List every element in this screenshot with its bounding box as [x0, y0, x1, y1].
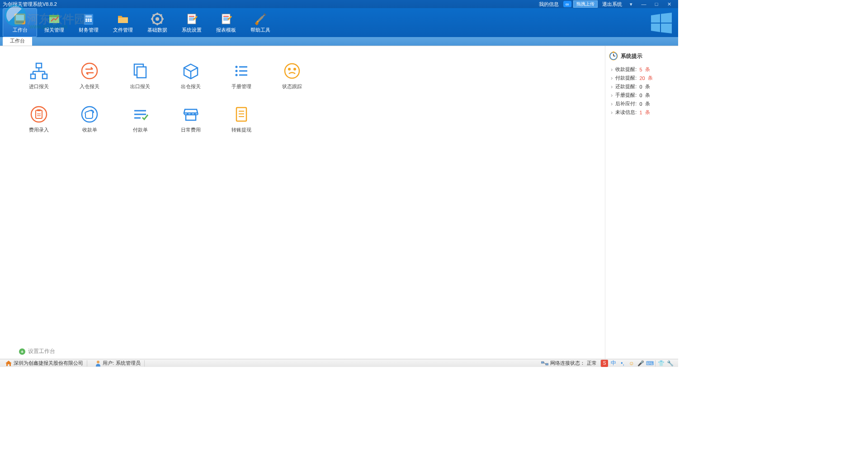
- plus-icon: +: [19, 348, 25, 355]
- svg-rect-6: [85, 15, 92, 18]
- notif-label: 收款提醒:: [615, 66, 637, 73]
- grid-transfer[interactable]: 转账提现: [216, 103, 267, 145]
- ime-mic-icon[interactable]: 🎤: [637, 360, 644, 367]
- notif-label: 付款提醒:: [615, 75, 637, 81]
- ime-smile-icon[interactable]: ☺: [628, 360, 635, 367]
- svg-rect-10: [85, 20, 87, 22]
- svg-line-84: [544, 362, 546, 364]
- notif-unit: 条: [645, 83, 650, 90]
- svg-rect-2: [16, 21, 24, 23]
- windows-logo-icon: [651, 13, 672, 33]
- svg-point-60: [293, 68, 296, 70]
- notification-item[interactable]: 还款提醒:0条: [611, 83, 675, 90]
- grid-payment[interactable]: 付款单: [115, 103, 165, 145]
- toolbar-label: 基础数据: [147, 27, 167, 33]
- notification-item[interactable]: 后补应付:0条: [611, 100, 675, 107]
- svg-line-36: [258, 15, 264, 21]
- notif-label: 未读信息:: [615, 109, 637, 116]
- grid-manual-mgmt[interactable]: 手册管理: [216, 60, 267, 101]
- toolbar-help-tools[interactable]: 帮助工具: [243, 8, 278, 37]
- svg-marker-80: [5, 361, 12, 366]
- svg-rect-7: [85, 19, 87, 20]
- svg-point-58: [285, 64, 299, 78]
- toolbar-report-tpl[interactable]: 报表模板: [209, 8, 243, 37]
- svg-rect-1: [16, 15, 24, 20]
- notif-value: 0: [639, 101, 642, 107]
- logout-link[interactable]: 退出系统: [602, 1, 622, 8]
- customs-mgmt-icon: [47, 12, 61, 26]
- user-name: 系统管理员: [116, 360, 141, 367]
- svg-rect-31: [223, 18, 229, 19]
- grid-in-warehouse[interactable]: 入仓报关: [64, 60, 115, 101]
- dropdown-icon[interactable]: ▾: [625, 1, 637, 7]
- svg-rect-25: [189, 16, 194, 17]
- cloud-icon[interactable]: [563, 1, 571, 7]
- minimize-button[interactable]: —: [637, 1, 650, 7]
- ime-icon[interactable]: S: [601, 360, 608, 367]
- notif-unit: 条: [645, 100, 650, 107]
- notification-item[interactable]: 手册提醒:0条: [611, 92, 675, 99]
- notif-label: 手册提醒:: [615, 92, 637, 99]
- grid-label: 出仓报关: [181, 83, 201, 90]
- grid-daily-fee[interactable]: 日常费用: [165, 103, 216, 145]
- set-workbench-link[interactable]: + 设置工作台: [19, 348, 55, 355]
- notification-item[interactable]: 收款提醒:5条: [611, 66, 675, 73]
- svg-marker-38: [651, 14, 660, 23]
- grid-status-track[interactable]: 状态跟踪: [267, 60, 317, 101]
- close-button[interactable]: ✕: [663, 1, 675, 7]
- sidebar-header: 系统提示: [609, 52, 675, 61]
- ime-tool-icon[interactable]: 👕: [657, 360, 665, 367]
- notif-unit: 条: [648, 75, 653, 81]
- payment-icon: [131, 105, 150, 124]
- import-customs-icon: [29, 61, 48, 80]
- grid-out-customs[interactable]: 出口报关: [115, 60, 165, 101]
- toolbar-label: 文件管理: [113, 27, 133, 33]
- toolbar-label: 帮助工具: [250, 27, 270, 33]
- toolbar-customs-mgmt[interactable]: 报关管理: [37, 8, 71, 37]
- notif-value: 5: [639, 67, 642, 72]
- toolbar-label: 报关管理: [44, 27, 64, 33]
- main-toolbar: 工作台报关管理财务管理文件管理基础数据系统设置报表模板帮助工具: [0, 8, 678, 37]
- maximize-button[interactable]: □: [650, 1, 663, 7]
- svg-rect-83: [546, 363, 548, 365]
- grid-label: 日常费用: [181, 127, 201, 133]
- toolbar-sys-settings[interactable]: 系统设置: [175, 8, 209, 37]
- svg-rect-26: [189, 18, 194, 19]
- in-warehouse-icon: [80, 61, 99, 80]
- grid-out-warehouse[interactable]: 出仓报关: [165, 60, 216, 101]
- toolbar-workbench[interactable]: 工作台: [3, 8, 37, 37]
- net-label: 网络连接状态：: [550, 360, 585, 367]
- grid-label: 出口报关: [130, 83, 150, 90]
- finance-mgmt-icon: [82, 12, 95, 26]
- ime-lang-icon[interactable]: 中: [610, 360, 617, 367]
- ime-wrench-icon[interactable]: 🔧: [666, 360, 674, 367]
- grid-receipt[interactable]: 收款单: [64, 103, 115, 145]
- notif-value: 1: [639, 110, 642, 115]
- upload-button[interactable]: 拖拽上传: [573, 0, 598, 8]
- base-data-icon: [151, 12, 164, 26]
- toolbar-base-data[interactable]: 基础数据: [140, 8, 175, 37]
- notification-item[interactable]: 付款提醒:20条: [611, 75, 675, 81]
- toolbar-file-mgmt[interactable]: 文件管理: [106, 8, 140, 37]
- manual-mgmt-icon: [232, 61, 251, 80]
- tab-workbench[interactable]: 工作台: [3, 36, 32, 46]
- set-workbench-label: 设置工作台: [28, 348, 55, 355]
- svg-marker-40: [651, 24, 660, 32]
- sys-settings-icon: [185, 12, 198, 26]
- ime-keyboard-icon[interactable]: ⌨: [646, 360, 653, 367]
- svg-point-59: [288, 68, 291, 70]
- notif-value: 0: [639, 84, 642, 89]
- notification-item[interactable]: 未读信息:1条: [611, 109, 675, 116]
- ime-punct-icon[interactable]: •,: [619, 360, 626, 367]
- my-info-link[interactable]: 我的信息: [539, 1, 559, 8]
- tray-icons: S 中 •, ☺ 🎤 ⌨ 👕 🔧: [601, 360, 676, 367]
- toolbar-finance-mgmt[interactable]: 财务管理: [71, 8, 106, 37]
- grid-fee-entry[interactable]: 费用录入: [14, 103, 64, 145]
- grid-import-customs[interactable]: 进口报关: [14, 60, 64, 101]
- svg-rect-8: [88, 19, 90, 20]
- grid-label: 转账提现: [231, 127, 251, 133]
- svg-point-52: [236, 66, 238, 68]
- out-warehouse-icon: [181, 61, 200, 80]
- workspace: 进口报关入仓报关出口报关出仓报关手册管理状态跟踪 费用录入收款单付款单日常费用转…: [0, 46, 605, 359]
- svg-point-49: [82, 63, 97, 79]
